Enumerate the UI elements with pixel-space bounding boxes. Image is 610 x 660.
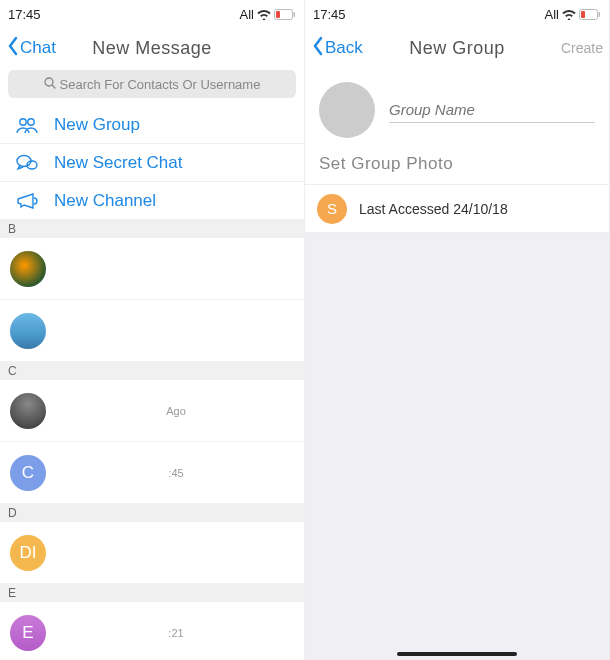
search-icon bbox=[44, 77, 56, 92]
home-indicator[interactable] bbox=[397, 652, 517, 656]
header: Chat New Message bbox=[0, 28, 304, 68]
avatar bbox=[10, 393, 46, 429]
contact-subtext: Ago bbox=[58, 405, 294, 417]
status-carrier: All bbox=[240, 7, 254, 22]
svg-point-7 bbox=[17, 155, 31, 166]
back-button[interactable]: Chat bbox=[6, 36, 56, 61]
avatar: E bbox=[10, 615, 46, 651]
contact-row[interactable]: DI bbox=[0, 522, 304, 584]
avatar bbox=[10, 313, 46, 349]
svg-rect-10 bbox=[581, 11, 585, 18]
section-header: D bbox=[0, 504, 304, 522]
svg-point-5 bbox=[20, 118, 26, 124]
member-row[interactable]: S Last Accessed 24/10/18 bbox=[305, 185, 609, 233]
svg-rect-1 bbox=[276, 11, 280, 18]
empty-area bbox=[305, 233, 609, 660]
svg-rect-11 bbox=[599, 12, 601, 17]
battery-icon bbox=[579, 9, 601, 20]
new-group-screen: 17:45 All Back New Group Create Set Grou… bbox=[305, 0, 610, 660]
status-bar: 17:45 All bbox=[0, 0, 304, 28]
page-title: New Group bbox=[409, 38, 505, 59]
wifi-icon bbox=[257, 9, 271, 20]
contact-subtext: :21 bbox=[58, 627, 294, 639]
set-group-photo-link[interactable]: Set Group Photo bbox=[305, 148, 609, 185]
back-button[interactable]: Back bbox=[311, 36, 363, 61]
group-icon bbox=[14, 115, 40, 135]
page-title: New Message bbox=[92, 38, 212, 59]
megaphone-icon bbox=[14, 191, 40, 211]
avatar: DI bbox=[10, 535, 46, 571]
member-status: Last Accessed 24/10/18 bbox=[359, 201, 508, 217]
group-name-input[interactable] bbox=[389, 97, 595, 123]
new-secret-chat-menu[interactable]: New Secret Chat bbox=[0, 144, 304, 182]
menu-label: New Group bbox=[54, 115, 140, 135]
new-group-menu[interactable]: New Group bbox=[0, 106, 304, 144]
new-channel-menu[interactable]: New Channel bbox=[0, 182, 304, 220]
status-time: 17:45 bbox=[313, 7, 346, 22]
chevron-left-icon bbox=[6, 36, 20, 61]
avatar: C bbox=[10, 455, 46, 491]
svg-rect-2 bbox=[294, 12, 296, 17]
avatar bbox=[10, 251, 46, 287]
group-setup-area bbox=[305, 68, 609, 148]
battery-icon bbox=[274, 9, 296, 20]
svg-line-4 bbox=[52, 85, 55, 88]
group-photo-placeholder[interactable] bbox=[319, 82, 375, 138]
status-bar: 17:45 All bbox=[305, 0, 609, 28]
contacts-list[interactable]: BCAgoC:45DDIEE:21FF bbox=[0, 220, 304, 660]
menu-label: New Channel bbox=[54, 191, 156, 211]
chat-icon bbox=[14, 153, 40, 173]
wifi-icon bbox=[562, 9, 576, 20]
contact-row[interactable] bbox=[0, 238, 304, 300]
create-button[interactable]: Create bbox=[561, 40, 603, 56]
back-label: Chat bbox=[20, 38, 56, 58]
contacts-screen: 17:45 All Chat New Message Search For Co… bbox=[0, 0, 305, 660]
search-input[interactable]: Search For Contacts Or Username bbox=[8, 70, 296, 98]
search-placeholder: Search For Contacts Or Username bbox=[60, 77, 261, 92]
menu-label: New Secret Chat bbox=[54, 153, 183, 173]
svg-point-6 bbox=[28, 118, 34, 124]
contact-row[interactable]: E:21 bbox=[0, 602, 304, 660]
status-time: 17:45 bbox=[8, 7, 41, 22]
status-carrier: All bbox=[545, 7, 559, 22]
section-header: B bbox=[0, 220, 304, 238]
contact-subtext: :45 bbox=[58, 467, 294, 479]
contact-row[interactable] bbox=[0, 300, 304, 362]
contact-row[interactable]: Ago bbox=[0, 380, 304, 442]
chevron-left-icon bbox=[311, 36, 325, 61]
back-label: Back bbox=[325, 38, 363, 58]
avatar: S bbox=[317, 194, 347, 224]
section-header: E bbox=[0, 584, 304, 602]
contact-row[interactable]: C:45 bbox=[0, 442, 304, 504]
section-header: C bbox=[0, 362, 304, 380]
header: Back New Group Create bbox=[305, 28, 609, 68]
